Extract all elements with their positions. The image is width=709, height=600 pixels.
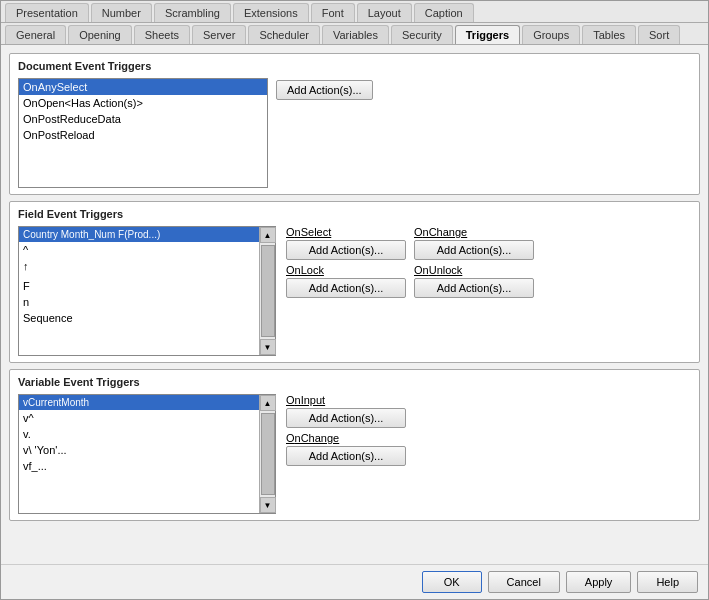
help-button[interactable]: Help <box>637 571 698 593</box>
var-onchange-col: OnChange Add Action(s)... <box>286 432 406 466</box>
scroll-up-arrow[interactable]: ▲ <box>260 227 276 243</box>
scroll-thumb[interactable] <box>261 245 275 337</box>
tab-layout[interactable]: Layout <box>357 3 412 22</box>
variable-list-inner: vCurrentMonth v^ v. v\ 'Yon'... vf_... <box>19 395 259 513</box>
variable-event-triggers-section: Variable Event Triggers vCurrentMonth v^… <box>9 369 700 521</box>
main-window: Presentation Number Scrambling Extension… <box>0 0 709 600</box>
tab-caption[interactable]: Caption <box>414 3 474 22</box>
list-item[interactable]: vf_... <box>19 458 259 474</box>
field-section-title: Field Event Triggers <box>18 208 691 220</box>
onselect-col: OnSelect Add Action(s)... <box>286 226 406 260</box>
list-item[interactable]: v^ <box>19 410 259 426</box>
doc-event-triggers-section: Document Event Triggers OnAnySelect OnOp… <box>9 53 700 195</box>
tab-scheduler[interactable]: Scheduler <box>248 25 320 44</box>
variable-action-row-1: OnInput Add Action(s)... <box>286 394 691 428</box>
list-item[interactable]: Sequence <box>19 310 259 326</box>
doc-section-title: Document Event Triggers <box>18 60 691 72</box>
field-triggers-container: Country Month_Num F(Prod...) ^ ↑ F n Seq… <box>18 226 691 356</box>
tab-security[interactable]: Security <box>391 25 453 44</box>
field-event-triggers-section: Field Event Triggers Country Month_Num F… <box>9 201 700 363</box>
scroll-down-arrow[interactable]: ▼ <box>260 497 276 513</box>
tab-triggers[interactable]: Triggers <box>455 25 520 44</box>
scroll-thumb[interactable] <box>261 413 275 495</box>
list-item[interactable]: ↑ <box>19 258 259 274</box>
scroll-down-arrow[interactable]: ▼ <box>260 339 276 355</box>
list-item[interactable]: OnPostReduceData <box>19 111 267 127</box>
tab-groups[interactable]: Groups <box>522 25 580 44</box>
onchange-col: OnChange Add Action(s)... <box>414 226 534 260</box>
list-item[interactable]: n <box>19 294 259 310</box>
tab-number[interactable]: Number <box>91 3 152 22</box>
field-list-scrollbar[interactable]: ▲ ▼ <box>259 227 275 355</box>
list-item[interactable]: OnOpen<Has Action(s)> <box>19 95 267 111</box>
tab-server[interactable]: Server <box>192 25 246 44</box>
variable-section-title: Variable Event Triggers <box>18 376 691 388</box>
var-onchange-add-button[interactable]: Add Action(s)... <box>286 446 406 466</box>
field-action-row-1: OnSelect Add Action(s)... OnChange Add A… <box>286 226 691 260</box>
tab-extensions[interactable]: Extensions <box>233 3 309 22</box>
list-item[interactable]: OnPostReload <box>19 127 267 143</box>
list-item[interactable]: F <box>19 278 259 294</box>
doc-event-listbox[interactable]: OnAnySelect OnOpen<Has Action(s)> OnPost… <box>18 78 268 188</box>
apply-button[interactable]: Apply <box>566 571 632 593</box>
tab-font[interactable]: Font <box>311 3 355 22</box>
scroll-up-arrow[interactable]: ▲ <box>260 395 276 411</box>
ok-button[interactable]: OK <box>422 571 482 593</box>
onlock-label: OnLock <box>286 264 406 276</box>
onunlock-add-button[interactable]: Add Action(s)... <box>414 278 534 298</box>
tab-opening[interactable]: Opening <box>68 25 132 44</box>
variable-triggers-container: vCurrentMonth v^ v. v\ 'Yon'... vf_... ▲… <box>18 394 691 514</box>
field-list-inner: Country Month_Num F(Prod...) ^ ↑ F n Seq… <box>19 227 259 355</box>
bottom-bar: OK Cancel Apply Help <box>1 564 708 599</box>
tab-row-2: General Opening Sheets Server Scheduler … <box>1 23 708 45</box>
list-item[interactable]: v\ 'Yon'... <box>19 442 259 458</box>
variable-list-scrollbar[interactable]: ▲ ▼ <box>259 395 275 513</box>
content-area: Document Event Triggers OnAnySelect OnOp… <box>1 45 708 564</box>
field-action-row-2: OnLock Add Action(s)... OnUnlock Add Act… <box>286 264 691 298</box>
list-item[interactable]: Country Month_Num F(Prod...) <box>19 227 259 242</box>
onunlock-col: OnUnlock Add Action(s)... <box>414 264 534 298</box>
tab-general[interactable]: General <box>5 25 66 44</box>
list-item[interactable]: v. <box>19 426 259 442</box>
tab-tables[interactable]: Tables <box>582 25 636 44</box>
variable-action-row-2: OnChange Add Action(s)... <box>286 432 691 466</box>
tab-sort[interactable]: Sort <box>638 25 680 44</box>
var-onchange-label: OnChange <box>286 432 406 444</box>
list-item[interactable]: ^ <box>19 242 259 258</box>
tab-row-1: Presentation Number Scrambling Extension… <box>1 1 708 23</box>
oninput-label: OnInput <box>286 394 406 406</box>
doc-triggers-container: OnAnySelect OnOpen<Has Action(s)> OnPost… <box>18 78 691 188</box>
list-item[interactable]: vCurrentMonth <box>19 395 259 410</box>
field-action-groups: OnSelect Add Action(s)... OnChange Add A… <box>286 226 691 298</box>
variable-event-listbox[interactable]: vCurrentMonth v^ v. v\ 'Yon'... vf_... ▲… <box>18 394 276 514</box>
onunlock-label: OnUnlock <box>414 264 534 276</box>
doc-add-action-button[interactable]: Add Action(s)... <box>276 80 373 100</box>
tab-scrambling[interactable]: Scrambling <box>154 3 231 22</box>
field-event-listbox[interactable]: Country Month_Num F(Prod...) ^ ↑ F n Seq… <box>18 226 276 356</box>
tab-sheets[interactable]: Sheets <box>134 25 190 44</box>
list-item[interactable]: OnAnySelect <box>19 79 267 95</box>
cancel-button[interactable]: Cancel <box>488 571 560 593</box>
onchange-add-button[interactable]: Add Action(s)... <box>414 240 534 260</box>
onselect-label: OnSelect <box>286 226 406 238</box>
tab-variables[interactable]: Variables <box>322 25 389 44</box>
oninput-add-button[interactable]: Add Action(s)... <box>286 408 406 428</box>
onlock-col: OnLock Add Action(s)... <box>286 264 406 298</box>
onlock-add-button[interactable]: Add Action(s)... <box>286 278 406 298</box>
tab-presentation[interactable]: Presentation <box>5 3 89 22</box>
onchange-label: OnChange <box>414 226 534 238</box>
variable-action-groups: OnInput Add Action(s)... OnChange Add Ac… <box>286 394 691 466</box>
onselect-add-button[interactable]: Add Action(s)... <box>286 240 406 260</box>
oninput-col: OnInput Add Action(s)... <box>286 394 406 428</box>
